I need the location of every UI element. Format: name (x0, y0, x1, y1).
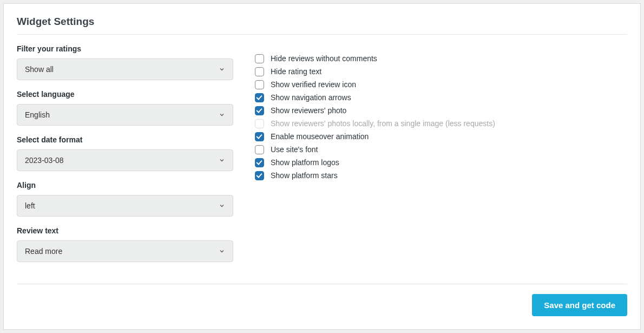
check-row-hide-no-comments: Hide reviews without comments (255, 54, 627, 63)
left-column: Filter your ratings Show all Select lang… (17, 44, 233, 272)
chevron-down-icon (219, 157, 225, 164)
review-text-value: Read more (25, 247, 62, 256)
label-show-platform-stars: Show platform stars (271, 171, 338, 180)
settings-columns: Filter your ratings Show all Select lang… (17, 44, 627, 272)
checkbox-show-photo-local (255, 119, 264, 128)
language-select[interactable]: English (17, 104, 233, 126)
checkbox-show-reviewer-photo[interactable] (255, 106, 264, 115)
field-align: Align left (17, 181, 233, 217)
checkbox-hide-rating-text[interactable] (255, 67, 264, 76)
label-show-reviewer-photo: Show reviewers' photo (271, 106, 346, 115)
review-text-select[interactable]: Read more (17, 240, 233, 262)
check-row-show-verified-icon: Show verified review icon (255, 80, 627, 89)
check-row-show-nav-arrows: Show navigation arrows (255, 93, 627, 102)
date-format-select[interactable]: 2023-03-08 (17, 149, 233, 171)
date-format-value: 2023-03-08 (25, 156, 64, 165)
checkbox-show-platform-stars[interactable] (255, 171, 264, 180)
divider-bottom (17, 284, 627, 284)
check-row-show-platform-stars: Show platform stars (255, 171, 627, 180)
checkbox-enable-mouseover[interactable] (255, 132, 264, 141)
check-row-enable-mouseover: Enable mouseover animation (255, 132, 627, 141)
filter-ratings-select[interactable]: Show all (17, 58, 233, 80)
label-show-verified-icon: Show verified review icon (271, 80, 356, 89)
checkbox-show-nav-arrows[interactable] (255, 93, 264, 102)
filter-ratings-value: Show all (25, 65, 54, 74)
check-row-show-reviewer-photo: Show reviewers' photo (255, 106, 627, 115)
field-language: Select language English (17, 90, 233, 126)
checkbox-use-site-font[interactable] (255, 145, 264, 154)
divider-top (17, 34, 627, 35)
field-date-format: Select date format 2023-03-08 (17, 135, 233, 171)
checkbox-hide-no-comments[interactable] (255, 54, 264, 63)
label-show-platform-logos: Show platform logos (271, 158, 339, 167)
review-text-label: Review text (17, 226, 233, 235)
label-show-photo-local: Show reviewers' photos locally, from a s… (271, 119, 495, 128)
align-label: Align (17, 181, 233, 190)
chevron-down-icon (219, 66, 225, 73)
label-show-nav-arrows: Show navigation arrows (271, 93, 351, 102)
save-and-get-code-button[interactable]: Save and get code (532, 294, 627, 316)
checkbox-show-verified-icon[interactable] (255, 80, 264, 89)
check-row-use-site-font: Use site's font (255, 145, 627, 154)
page-title: Widget Settings (17, 16, 627, 28)
label-hide-no-comments: Hide reviews without comments (271, 54, 377, 63)
label-use-site-font: Use site's font (271, 145, 318, 154)
right-column: Hide reviews without comments Hide ratin… (255, 44, 627, 272)
chevron-down-icon (219, 112, 225, 118)
check-row-show-photo-local: Show reviewers' photos locally, from a s… (255, 119, 627, 128)
chevron-down-icon (219, 248, 225, 254)
label-hide-rating-text: Hide rating text (271, 67, 321, 76)
check-row-show-platform-logos: Show platform logos (255, 158, 627, 167)
align-select[interactable]: left (17, 195, 233, 217)
chevron-down-icon (219, 203, 225, 209)
align-value: left (25, 201, 35, 210)
filter-ratings-label: Filter your ratings (17, 44, 233, 53)
checkbox-show-platform-logos[interactable] (255, 158, 264, 167)
widget-settings-panel: Widget Settings Filter your ratings Show… (3, 3, 641, 330)
label-enable-mouseover: Enable mouseover animation (271, 132, 369, 141)
date-format-label: Select date format (17, 135, 233, 144)
footer: Save and get code (17, 294, 627, 316)
language-value: English (25, 110, 50, 119)
check-row-hide-rating-text: Hide rating text (255, 67, 627, 76)
field-review-text: Review text Read more (17, 226, 233, 262)
field-filter-ratings: Filter your ratings Show all (17, 44, 233, 80)
language-label: Select language (17, 90, 233, 99)
